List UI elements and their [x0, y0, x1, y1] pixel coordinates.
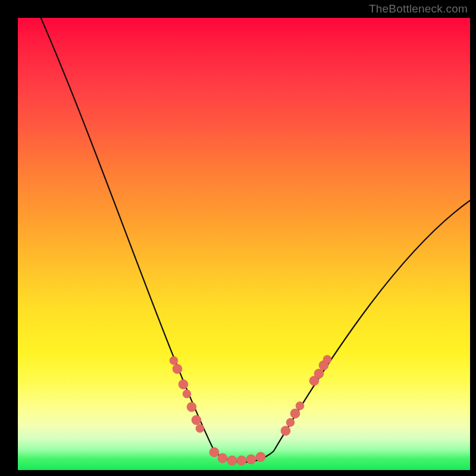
curve-marker	[187, 402, 196, 412]
watermark-text: TheBottleneck.com	[369, 2, 468, 15]
curve-marker	[178, 380, 188, 389]
plot-area	[18, 18, 470, 470]
marker-layer	[170, 355, 331, 465]
curve-marker	[256, 452, 265, 462]
bottleneck-curve	[18, 18, 470, 470]
curve-marker	[286, 418, 295, 427]
curve-marker	[290, 409, 300, 418]
curve-marker	[192, 415, 201, 425]
curve-marker	[323, 355, 331, 364]
curve-marker	[170, 356, 178, 365]
curve-marker	[296, 402, 304, 410]
curve-marker	[173, 364, 182, 374]
curve-marker	[209, 447, 219, 457]
curve-marker	[281, 426, 290, 436]
curve-path	[36, 18, 470, 462]
curve-marker	[237, 456, 246, 465]
curve-marker	[196, 424, 204, 433]
curve-marker	[227, 456, 237, 465]
curve-marker	[183, 390, 191, 398]
chart-frame: TheBottleneck.com	[0, 0, 476, 476]
curve-marker	[218, 453, 227, 463]
curve-marker	[246, 455, 256, 464]
curve-marker	[314, 369, 324, 378]
